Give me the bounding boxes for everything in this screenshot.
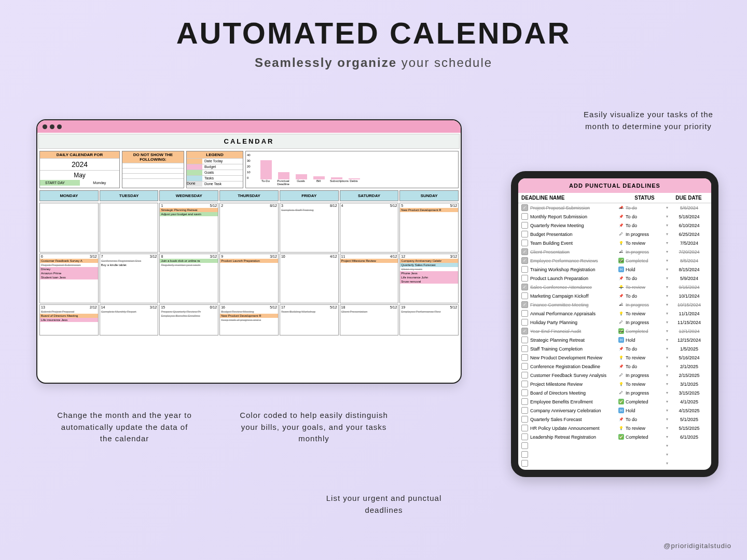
calendar-cell[interactable]: 195/12Employee Performance Revi: [399, 304, 459, 335]
deadline-status[interactable]: ✅Completed: [618, 328, 666, 334]
deadline-status[interactable]: 📌To do: [618, 363, 666, 369]
deadline-status[interactable]: HHold: [618, 337, 666, 343]
chevron-down-icon[interactable]: ▾: [666, 452, 670, 457]
calendar-event[interactable]: Disney: [40, 267, 98, 271]
calendar-cell[interactable]: 45/12: [340, 203, 399, 253]
chevron-down-icon[interactable]: ▾: [666, 276, 670, 281]
calendar-event[interactable]: Project Milestone Review: [340, 259, 398, 263]
deadline-status[interactable]: 💡To review: [618, 240, 666, 246]
calendar-cell[interactable]: 165/12Budget Review MeetingNew Product D…: [219, 304, 279, 335]
calendar-cell[interactable]: 38/12Complete Staff Training: [280, 203, 339, 253]
deadline-status[interactable]: 📌To do: [618, 275, 666, 281]
deadline-status[interactable]: 💡To review: [618, 284, 666, 290]
month-select[interactable]: May: [40, 170, 119, 180]
calendar-event[interactable]: Customer Feedback Survey A: [40, 259, 98, 263]
deadline-checkbox[interactable]: [521, 354, 528, 361]
calendar-cell[interactable]: 55/12New Product Development R: [399, 203, 459, 253]
window-dot[interactable]: [43, 124, 47, 129]
chevron-down-icon[interactable]: ▾: [666, 232, 670, 236]
calendar-event[interactable]: Prepare Quarterly Review Pr: [160, 310, 218, 314]
calendar-cell[interactable]: 114/12Project Milestone Review: [340, 254, 399, 303]
deadline-checkbox[interactable]: [521, 416, 528, 423]
calendar-event[interactable]: New Product Development R: [220, 314, 278, 318]
calendar-cell[interactable]: 28/12: [219, 203, 279, 253]
chevron-down-icon[interactable]: ▾: [666, 355, 670, 360]
chevron-down-icon[interactable]: ▾: [666, 293, 670, 298]
calendar-cell[interactable]: [39, 203, 99, 253]
calendar-event[interactable]: Strategic Planning Retreat: [160, 208, 218, 212]
deadline-checkbox[interactable]: [521, 381, 528, 387]
deadline-status[interactable]: 📌To do: [618, 205, 666, 211]
chevron-down-icon[interactable]: ▾: [666, 267, 670, 272]
calendar-event[interactable]: Student loan Jess: [40, 275, 98, 279]
donot-row[interactable]: [122, 178, 184, 184]
chevron-down-icon[interactable]: ▾: [666, 346, 670, 351]
deadline-status[interactable]: 🖊In progress: [618, 249, 666, 255]
deadline-status[interactable]: 🖊In progress: [618, 390, 666, 396]
calendar-event[interactable]: Life insurance John: [400, 275, 458, 279]
calendar-cell[interactable]: 73/12Conference Registration DeaBuy a ki…: [100, 254, 159, 303]
deadline-checkbox[interactable]: [521, 389, 528, 396]
deadline-checkbox[interactable]: ✓: [521, 204, 528, 211]
calendar-cell[interactable]: 93/12Product Launch Preparation: [219, 254, 279, 303]
deadline-checkbox[interactable]: [521, 319, 528, 326]
deadline-status[interactable]: HHold: [618, 408, 666, 413]
calendar-event[interactable]: Board of Directors Meeting: [40, 314, 98, 318]
chevron-down-icon[interactable]: ▾: [666, 382, 670, 386]
deadline-status[interactable]: 📌To do: [618, 214, 666, 219]
chevron-down-icon[interactable]: ▾: [666, 329, 670, 333]
deadline-checkbox[interactable]: [521, 337, 528, 343]
deadline-checkbox[interactable]: [521, 398, 528, 405]
window-dot[interactable]: [57, 124, 62, 129]
deadline-checkbox[interactable]: [521, 363, 528, 370]
chevron-down-icon[interactable]: ▾: [666, 426, 670, 430]
deadline-status[interactable]: 📌To do: [618, 222, 666, 228]
deadline-checkbox[interactable]: [521, 442, 528, 449]
chevron-down-icon[interactable]: ▾: [666, 435, 670, 439]
calendar-event[interactable]: Quarterly Sales Forecast: [400, 263, 458, 267]
chevron-down-icon[interactable]: ▾: [666, 408, 670, 413]
calendar-event[interactable]: Keep track of progress and a: [220, 318, 278, 322]
chevron-down-icon[interactable]: ▾: [666, 417, 670, 422]
chevron-down-icon[interactable]: ▾: [666, 461, 670, 466]
deadline-checkbox[interactable]: [521, 292, 528, 299]
deadline-checkbox[interactable]: [521, 407, 528, 414]
deadline-checkbox[interactable]: ✓: [521, 301, 528, 308]
calendar-event[interactable]: Phone Jess: [400, 271, 458, 275]
chevron-down-icon[interactable]: ▾: [666, 311, 670, 316]
deadline-checkbox[interactable]: ✓: [521, 284, 528, 290]
calendar-event[interactable]: Complete Staff Training: [280, 208, 338, 212]
calendar-cell[interactable]: 175/12Team Building Workshop: [280, 304, 339, 335]
calendar-event[interactable]: Regularly monitor your savin: [160, 263, 218, 267]
deadline-status[interactable]: 💡To review: [618, 311, 666, 316]
calendar-event[interactable]: Conference Registration Dea: [100, 259, 158, 263]
calendar-event[interactable]: Amazon Prime: [40, 271, 98, 275]
calendar-cell[interactable]: 123/12Company Anniversary CelebrQuarterl…: [399, 254, 459, 303]
calendar-event[interactable]: Client Presentation: [340, 310, 398, 314]
chevron-down-icon[interactable]: ▾: [666, 443, 670, 448]
chevron-down-icon[interactable]: ▾: [666, 390, 670, 395]
donot-row[interactable]: [122, 168, 184, 173]
deadline-checkbox[interactable]: [521, 240, 528, 246]
calendar-event[interactable]: Adjust your budget and savin: [160, 212, 218, 216]
chevron-down-icon[interactable]: ▾: [666, 223, 670, 228]
deadline-checkbox[interactable]: [521, 433, 528, 440]
chevron-down-icon[interactable]: ▾: [666, 214, 670, 219]
calendar-event[interactable]: New Product Development R: [400, 208, 458, 212]
deadline-checkbox[interactable]: [521, 222, 528, 229]
deadline-checkbox[interactable]: ✓: [521, 248, 528, 255]
deadline-checkbox[interactable]: [521, 451, 528, 458]
deadline-checkbox[interactable]: ✓: [521, 328, 528, 334]
chevron-down-icon[interactable]: ▾: [666, 285, 670, 289]
calendar-cell[interactable]: 104/12: [280, 254, 339, 303]
deadline-checkbox[interactable]: [521, 266, 528, 273]
calendar-cell[interactable]: 15/12Strategic Planning RetreatAdjust yo…: [159, 203, 218, 253]
donot-row[interactable]: [122, 173, 184, 178]
window-dot[interactable]: [50, 124, 54, 129]
calendar-cell[interactable]: 132/12Submit Project ProposalBoard of Di…: [39, 304, 99, 335]
deadline-status[interactable]: 📌To do: [618, 346, 666, 352]
calendar-event[interactable]: Snow removal: [400, 279, 458, 284]
deadline-checkbox[interactable]: [521, 275, 528, 282]
calendar-event[interactable]: Life insurance Jess: [40, 318, 98, 322]
deadline-status[interactable]: ✅Completed: [618, 399, 666, 404]
